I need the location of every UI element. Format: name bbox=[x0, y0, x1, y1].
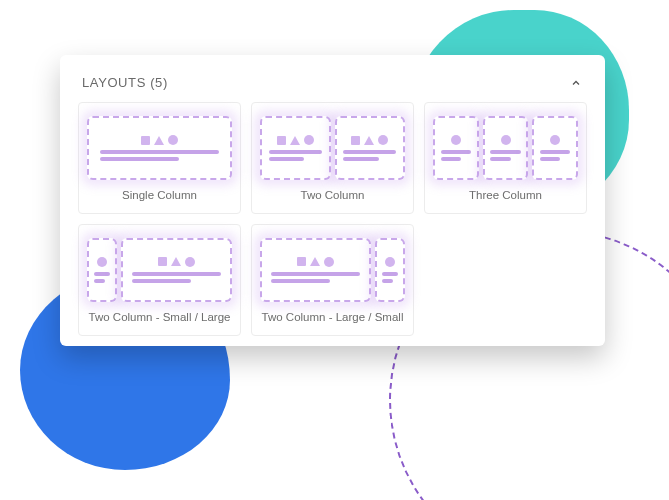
layout-thumbnail bbox=[260, 115, 405, 181]
layout-label: Two Column bbox=[301, 189, 365, 203]
layout-option-single-column[interactable]: Single Column bbox=[78, 102, 241, 214]
layouts-panel: LAYOUTS (5) Single Column bbox=[60, 55, 605, 346]
layout-option-large-small[interactable]: Two Column - Large / Small bbox=[251, 224, 414, 336]
layout-label: Two Column - Large / Small bbox=[262, 311, 404, 325]
layout-thumbnail bbox=[87, 237, 232, 303]
layout-option-two-column[interactable]: Two Column bbox=[251, 102, 414, 214]
layout-thumbnail bbox=[260, 237, 405, 303]
layout-thumbnail bbox=[87, 115, 232, 181]
layout-option-three-column[interactable]: Three Column bbox=[424, 102, 587, 214]
layout-thumbnail bbox=[433, 115, 578, 181]
layouts-panel-header[interactable]: LAYOUTS (5) bbox=[78, 71, 587, 102]
layout-label: Single Column bbox=[122, 189, 197, 203]
layout-label: Two Column - Small / Large bbox=[89, 311, 231, 325]
panel-title: LAYOUTS (5) bbox=[82, 75, 168, 90]
layout-option-small-large[interactable]: Two Column - Small / Large bbox=[78, 224, 241, 336]
layout-label: Three Column bbox=[469, 189, 542, 203]
chevron-up-icon[interactable] bbox=[569, 76, 583, 90]
layouts-grid: Single Column Two Column bbox=[78, 102, 587, 336]
